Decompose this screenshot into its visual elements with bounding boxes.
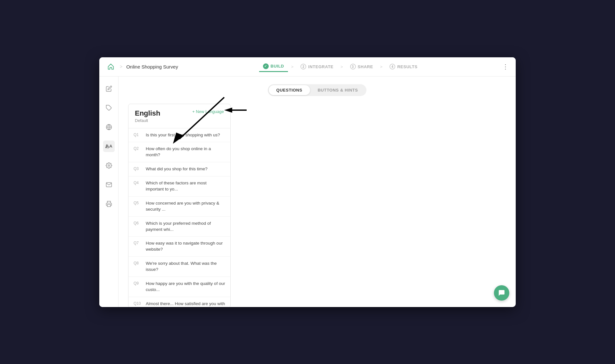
step-build-label: BUILD — [271, 64, 284, 69]
step-integrate[interactable]: 2 INTEGRATE — [297, 62, 337, 71]
survey-area: English Default + New Language Q1 Is thi… — [128, 104, 506, 307]
step-share-label: SHARE — [358, 64, 373, 69]
nav-steps: ✓ BUILD > 2 INTEGRATE > 3 SHARE > 4 RESU… — [178, 61, 502, 72]
svg-rect-4 — [107, 204, 111, 206]
question-text: How happy are you with the quality of ou… — [146, 281, 225, 293]
sidebar-icons: あA — [99, 77, 119, 307]
more-options-button[interactable]: ⋮ — [502, 63, 509, 70]
question-item[interactable]: Q4 Which of these factors are most impor… — [128, 176, 230, 197]
question-item[interactable]: Q1 Is this your first time shopping with… — [128, 128, 230, 142]
chat-icon — [498, 289, 505, 297]
question-item[interactable]: Q6 Which is your preferred method of pay… — [128, 217, 230, 237]
question-number: Q3 — [134, 166, 143, 171]
question-number: Q1 — [134, 132, 143, 137]
question-number: Q7 — [134, 240, 143, 245]
tab-group: QUESTIONS BUTTONS & HINTS — [268, 84, 367, 96]
step-integrate-label: INTEGRATE — [308, 64, 333, 69]
question-item[interactable]: Q2 How often do you shop online in a mon… — [128, 142, 230, 162]
question-text: We're sorry about that. What was the iss… — [146, 261, 225, 273]
language-sub: Default — [135, 118, 160, 123]
step-share[interactable]: 3 SHARE — [346, 62, 377, 71]
top-nav: > Online Shopping Survey ✓ BUILD > 2 INT… — [99, 57, 516, 77]
question-number: Q8 — [134, 261, 143, 265]
question-item[interactable]: Q9 How happy are you with the quality of… — [128, 277, 230, 297]
question-item[interactable]: Q10 Almost there... How satisfied are yo… — [128, 297, 230, 307]
settings-icon[interactable] — [103, 160, 115, 171]
main-body: あA — [99, 77, 516, 307]
breadcrumb-separator: > — [120, 64, 122, 69]
question-text: Which of these factors are most importan… — [146, 180, 225, 192]
question-text: How often do you shop online in a month? — [146, 146, 225, 158]
question-panel: English Default + New Language Q1 Is thi… — [128, 104, 231, 307]
step-build[interactable]: ✓ BUILD — [259, 61, 288, 72]
globe-icon[interactable] — [103, 121, 115, 133]
pencil-icon[interactable] — [103, 83, 115, 94]
step-results-label: RESULTS — [397, 64, 417, 69]
tag-icon[interactable] — [103, 102, 115, 114]
translate-label: あA — [105, 143, 112, 149]
question-text: Almost there... How satisfied are you wi… — [146, 301, 225, 307]
step-arrow-2: > — [340, 64, 343, 69]
question-number: Q10 — [134, 301, 143, 306]
print-icon[interactable] — [103, 198, 115, 210]
chat-button[interactable] — [494, 285, 509, 301]
question-item[interactable]: Q3 What did you shop for this time? — [128, 162, 230, 176]
question-text: How easy was it to navigate through our … — [146, 240, 225, 253]
question-number: Q4 — [134, 180, 143, 185]
question-list: Q1 Is this your first time shopping with… — [128, 128, 230, 307]
tab-questions[interactable]: QUESTIONS — [269, 85, 310, 95]
nav-left: > Online Shopping Survey — [106, 61, 178, 72]
breadcrumb-title: Online Shopping Survey — [126, 64, 178, 69]
question-item[interactable]: Q5 How concerned are you with privacy & … — [128, 197, 230, 217]
step-num-3: 3 — [350, 64, 356, 69]
content-area: QUESTIONS BUTTONS & HINTS — [119, 77, 516, 307]
question-number: Q5 — [134, 200, 143, 205]
panel-header: English Default + New Language — [128, 104, 230, 128]
question-text: Is this your first time shopping with us… — [146, 132, 220, 138]
tab-buttons-hints[interactable]: BUTTONS & HINTS — [310, 85, 366, 95]
question-text: What did you shop for this time? — [146, 166, 208, 172]
question-item[interactable]: Q7 How easy was it to navigate through o… — [128, 237, 230, 257]
new-language-button[interactable]: + New Language — [192, 109, 224, 114]
step-arrow-1: > — [291, 64, 294, 69]
question-number: Q2 — [134, 146, 143, 151]
translate-icon[interactable]: あA — [103, 141, 115, 152]
tabs-row: QUESTIONS BUTTONS & HINTS — [128, 84, 506, 96]
step-num-4: 4 — [390, 64, 395, 69]
step-num-2: 2 — [300, 64, 306, 69]
question-number: Q6 — [134, 221, 143, 225]
svg-point-3 — [108, 165, 110, 166]
step-results[interactable]: 4 RESULTS — [386, 62, 421, 71]
home-icon[interactable] — [106, 61, 116, 72]
question-text: Which is your preferred method of paymen… — [146, 221, 225, 233]
step-arrow-3: > — [380, 64, 383, 69]
nav-right: ⋮ — [502, 63, 509, 70]
language-title: English — [135, 109, 160, 117]
question-text: How concerned are you with privacy & sec… — [146, 200, 225, 213]
app-window: > Online Shopping Survey ✓ BUILD > 2 INT… — [99, 57, 516, 307]
step-check-icon: ✓ — [263, 63, 269, 69]
question-number: Q9 — [134, 281, 143, 286]
email-icon[interactable] — [103, 179, 115, 190]
question-item[interactable]: Q8 We're sorry about that. What was the … — [128, 257, 230, 277]
language-info: English Default — [135, 109, 160, 123]
